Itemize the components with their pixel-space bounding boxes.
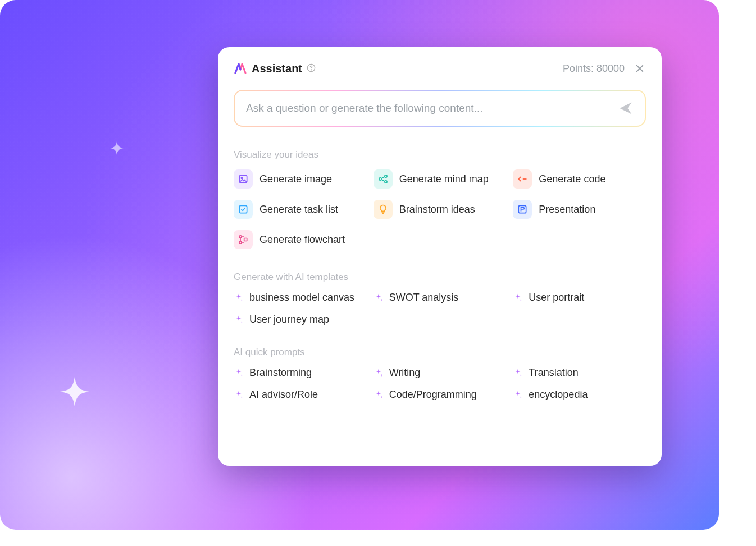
prompt-item-label: Code/Programming: [389, 389, 477, 401]
help-icon[interactable]: [307, 63, 316, 74]
template-item-label: SWOT analysis: [389, 292, 459, 304]
svg-point-3: [241, 177, 243, 179]
close-button[interactable]: [634, 62, 646, 75]
prompt-item-label: encyclopedia: [529, 389, 588, 401]
visualize-item[interactable]: Generate task list: [234, 200, 367, 219]
visualize-item-label: Generate task list: [259, 204, 338, 215]
visualize-item[interactable]: Generate image: [234, 169, 367, 189]
sparkle-icon: [234, 368, 244, 378]
template-item-label: User journey map: [249, 314, 329, 325]
section-label-prompts: AI quick prompts: [234, 347, 646, 358]
svg-point-10: [239, 241, 242, 244]
visualize-item-label: Generate code: [539, 173, 605, 185]
sparkle-icon: [374, 293, 384, 303]
send-button[interactable]: [618, 100, 634, 116]
prompt-item-label: Brainstorming: [249, 367, 312, 379]
prompt-input[interactable]: [246, 102, 618, 114]
assistant-modal: Assistant Points: 80000 Visualize your i…: [218, 47, 662, 466]
flowchart-icon: [234, 230, 253, 249]
brand-logo-icon: [234, 62, 247, 75]
sparkle-icon: [513, 368, 523, 378]
visualize-item-label: Generate flowchart: [259, 234, 345, 246]
lightbulb-icon: [374, 200, 393, 219]
visualize-item[interactable]: Generate mind map: [374, 169, 507, 189]
sparkle-icon: [374, 390, 384, 400]
visualize-grid: Generate imageGenerate mind mapGenerate …: [234, 169, 646, 249]
prompts-grid: BrainstormingWritingTranslationAI adviso…: [234, 367, 646, 401]
visualize-item[interactable]: Generate code: [513, 169, 646, 189]
svg-point-1: [311, 69, 311, 70]
sparkle-icon: [234, 390, 244, 400]
template-item[interactable]: User journey map: [234, 314, 367, 325]
mindmap-icon: [374, 169, 393, 189]
visualize-item[interactable]: Generate flowchart: [234, 230, 367, 249]
section-label-templates: Generate with AI templates: [234, 272, 646, 283]
visualize-item[interactable]: Brainstorm ideas: [374, 200, 507, 219]
checklist-icon: [234, 200, 253, 219]
sparkle-icon: [234, 315, 244, 325]
section-label-visualize: Visualize your ideas: [234, 149, 646, 160]
points-label: Points: 80000: [563, 63, 625, 75]
visualize-item-label: Presentation: [539, 204, 595, 215]
svg-point-9: [239, 236, 242, 238]
sparkle-icon: [513, 390, 523, 400]
modal-header: Assistant Points: 80000: [234, 62, 646, 75]
visualize-item-label: Generate mind map: [399, 173, 489, 185]
prompt-item-label: Writing: [389, 367, 421, 379]
prompt-item-label: Translation: [529, 367, 578, 379]
code-icon: [513, 169, 532, 189]
sparkle-icon: [513, 293, 523, 303]
sparkle-icon: [49, 375, 100, 425]
template-item[interactable]: SWOT analysis: [374, 292, 507, 304]
prompt-input-wrap: [234, 90, 646, 127]
template-item[interactable]: business model canvas: [234, 292, 367, 304]
template-item-label: User portrait: [529, 292, 584, 304]
prompt-item[interactable]: encyclopedia: [513, 389, 646, 401]
svg-rect-7: [239, 205, 247, 213]
visualize-item-label: Generate image: [259, 173, 332, 185]
template-item[interactable]: User portrait: [513, 292, 646, 304]
templates-grid: business model canvasSWOT analysisUser p…: [234, 292, 646, 325]
sparkle-icon: [234, 293, 244, 303]
visualize-item-label: Brainstorm ideas: [399, 204, 475, 215]
prompt-item[interactable]: Writing: [374, 367, 507, 379]
image-icon: [234, 169, 253, 189]
prompt-item[interactable]: Code/Programming: [374, 389, 507, 401]
prompt-item[interactable]: AI advisor/Role: [234, 389, 367, 401]
prompt-item[interactable]: Brainstorming: [234, 367, 367, 379]
visualize-item[interactable]: Presentation: [513, 200, 646, 219]
template-item-label: business model canvas: [249, 292, 354, 304]
svg-rect-11: [244, 238, 247, 241]
modal-title: Assistant: [252, 62, 302, 75]
presentation-icon: [513, 200, 532, 219]
sparkle-icon: [374, 368, 384, 378]
sparkle-icon: [103, 139, 130, 166]
prompt-item[interactable]: Translation: [513, 367, 646, 379]
prompt-item-label: AI advisor/Role: [249, 389, 318, 401]
